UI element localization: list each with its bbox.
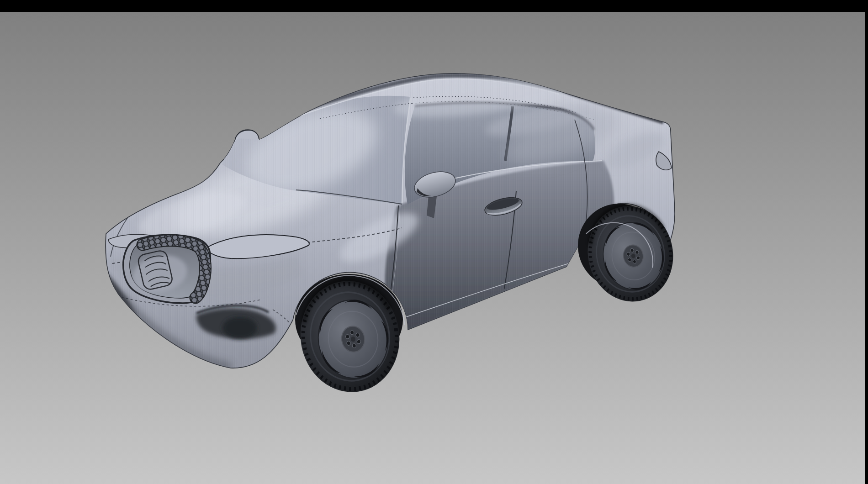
top-letterbox-bar xyxy=(0,0,868,12)
front-grille xyxy=(123,235,211,303)
cad-viewport[interactable] xyxy=(0,0,868,484)
right-letterbox-bar xyxy=(865,0,868,484)
app-window xyxy=(0,0,868,484)
